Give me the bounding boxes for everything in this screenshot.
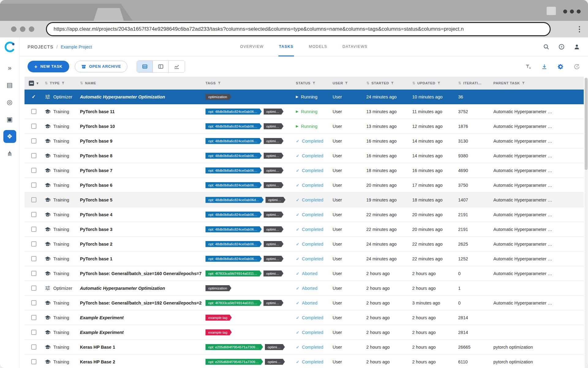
tag-chip[interactable]: opt: 48db0b8a6c824ce0ab06d… xyxy=(205,197,264,203)
row-checkbox[interactable] xyxy=(31,227,36,232)
table-row[interactable]: TrainingExample Experimentexample tag✓Co… xyxy=(24,310,584,325)
table-row[interactable]: ✓OptimizerAutomatic Hyperparameter Optim… xyxy=(24,90,584,104)
table-row[interactable]: TrainingPyTorch base 11opt: 48db0b8a6c82… xyxy=(24,104,584,119)
tag-chip[interactable]: optimi… xyxy=(266,197,285,203)
datasets-icon[interactable]: ▣ xyxy=(3,113,16,126)
column-header-select[interactable]: ▾ xyxy=(24,81,43,86)
detail-view-button[interactable] xyxy=(153,61,169,72)
tag-chip[interactable]: optimi… xyxy=(264,109,284,115)
url-bar[interactable]: https://app.clear.ml/projects/2043a1657f… xyxy=(46,22,551,36)
column-header-tags[interactable]: TAGS xyxy=(204,81,294,85)
tag-chip[interactable]: optimi… xyxy=(264,226,284,232)
tag-chip[interactable]: opt: 48db0b8a6c824ce0ab06… xyxy=(205,167,262,174)
tag-chip[interactable]: example tag xyxy=(205,329,232,335)
browser-nav-buttons[interactable] xyxy=(11,26,34,32)
projects-icon[interactable]: ❖ xyxy=(3,130,16,143)
window-control-dots[interactable] xyxy=(563,10,581,13)
breadcrumb-root[interactable]: PROJECTS xyxy=(28,44,53,49)
sort-icon[interactable]: ⇅ xyxy=(80,81,83,85)
table-row[interactable]: TrainingPyTorch base 1opt: 48db0b8a6c824… xyxy=(24,251,584,266)
row-checkbox[interactable] xyxy=(31,197,36,202)
table-row[interactable]: TrainingPyTorch base 6opt: 48db0b8a6c824… xyxy=(24,178,584,193)
filter-icon[interactable] xyxy=(437,82,440,85)
tag-chip[interactable]: opt: 48db0b8a6c824ce0ab06… xyxy=(205,153,262,159)
row-checkbox[interactable] xyxy=(31,330,36,335)
help-icon[interactable]: ? xyxy=(558,44,565,50)
tag-chip[interactable]: opt: 48db0b8a6c824ce0ab06… xyxy=(205,138,262,144)
sort-icon[interactable]: ⇅ xyxy=(45,81,48,85)
column-header-name[interactable]: ⇅NAME xyxy=(78,81,204,85)
column-header-status[interactable]: STATUS xyxy=(294,81,331,85)
tag-chip[interactable]: opt: 48db0b8a6c824ce0ab06… xyxy=(205,256,262,262)
select-dropdown-caret-icon[interactable]: ▾ xyxy=(36,81,38,85)
window-control-square[interactable] xyxy=(547,7,556,15)
row-checkbox[interactable] xyxy=(31,286,36,291)
sort-icon[interactable]: ⇅ xyxy=(366,81,370,85)
row-checkbox[interactable] xyxy=(31,359,36,364)
tag-chip[interactable]: optimization xyxy=(205,285,231,291)
tag-chip[interactable]: optimi… xyxy=(265,344,285,350)
table-row[interactable]: TrainingPyTorch base 9opt: 48db0b8a6c824… xyxy=(24,134,584,148)
table-row[interactable]: TrainingKeras HP Base 2opt: e205d684f795… xyxy=(24,355,584,368)
workers-queues-icon[interactable]: ◎ xyxy=(3,96,16,109)
filter-icon[interactable] xyxy=(312,82,315,85)
tab-dataviews[interactable]: DATAVIEWS xyxy=(342,37,368,56)
tag-chip[interactable]: optimi… xyxy=(263,300,283,306)
tag-chip[interactable]: opt: 48db0b8a6c824ce0ab06… xyxy=(205,123,262,129)
row-checkbox[interactable] xyxy=(31,182,36,188)
getting-started-icon[interactable]: » xyxy=(3,61,16,74)
filter-icon[interactable] xyxy=(62,82,65,85)
tag-chip[interactable]: opt: e205d684f7954571a7309… xyxy=(205,344,263,350)
tag-chip[interactable]: optimi… xyxy=(264,182,284,188)
tag-chip[interactable]: optimi… xyxy=(264,153,284,159)
sort-icon[interactable]: ⇅ xyxy=(458,81,462,85)
table-row[interactable]: TrainingPyTorch base 8opt: 48db0b8a6c824… xyxy=(24,148,584,163)
column-header-updated[interactable]: ⇅UPDATED xyxy=(410,81,456,85)
tag-chip[interactable]: optimi… xyxy=(264,256,284,262)
table-row[interactable]: TrainingPyTorch base 3opt: 48db0b8a6c824… xyxy=(24,222,584,237)
tab-tasks[interactable]: TASKS xyxy=(278,37,294,56)
row-checkbox[interactable] xyxy=(31,138,36,144)
table-row[interactable]: TrainingPyTorch base: General/batch_size… xyxy=(24,266,584,281)
tag-chip[interactable]: optimi… xyxy=(264,167,284,174)
row-checkbox[interactable] xyxy=(31,344,36,350)
table-row[interactable]: TrainingExample Experimentexample tag✓Co… xyxy=(24,325,584,340)
tag-chip[interactable]: example tag xyxy=(205,315,232,321)
scrollbar-thumb[interactable] xyxy=(585,78,588,170)
tag-chip[interactable]: optimi… xyxy=(264,212,284,218)
tag-chip[interactable]: opt: 48db0b8a6c824ce0ab06… xyxy=(205,226,262,232)
filter-icon[interactable] xyxy=(391,82,394,85)
row-checkbox[interactable] xyxy=(31,241,36,247)
search-icon[interactable] xyxy=(543,44,549,50)
tag-chip[interactable]: opt: 48db0b8a6c824ce0ab06… xyxy=(205,241,262,247)
column-header-started[interactable]: ⇅STARTED xyxy=(364,81,410,85)
tag-chip[interactable]: optimi… xyxy=(264,123,284,129)
table-row[interactable]: OptimizerAutomatic Hyperparameter Optimi… xyxy=(24,281,584,296)
table-row[interactable]: TrainingPyTorch base 4opt: 48db0b8a6c824… xyxy=(24,207,584,222)
tag-chip[interactable]: optimi… xyxy=(264,138,284,144)
tag-chip[interactable]: optimi… xyxy=(265,359,285,365)
breadcrumb-current-project[interactable]: Example Project xyxy=(61,44,92,49)
row-checkbox[interactable] xyxy=(31,124,36,129)
tag-chip[interactable]: optimi… xyxy=(263,270,283,277)
clear-filters-icon[interactable] xyxy=(525,63,531,70)
table-row[interactable]: TrainingPyTorch base 2opt: 48db0b8a6c824… xyxy=(24,237,584,251)
tag-chip[interactable]: opt: 4f7833ca5fd74914a0311… xyxy=(205,300,262,306)
table-row[interactable]: TrainingKeras HP Base 1opt: e205d684f795… xyxy=(24,340,584,355)
filter-icon[interactable] xyxy=(345,82,348,85)
table-row[interactable]: TrainingPyTorch base 10opt: 48db0b8a6c82… xyxy=(24,119,584,134)
tag-chip[interactable]: opt: 48db0b8a6c824ce0ab06… xyxy=(205,182,262,188)
settings-gear-icon[interactable] xyxy=(557,63,564,70)
tag-chip[interactable]: optimi… xyxy=(264,241,284,247)
filter-icon[interactable] xyxy=(218,82,221,85)
column-header-type[interactable]: ⇅TYPE xyxy=(43,81,78,85)
row-checkbox[interactable] xyxy=(31,315,36,320)
tag-chip[interactable]: opt: e205d684f7954571a7309… xyxy=(205,359,263,365)
user-avatar-icon[interactable] xyxy=(573,44,580,50)
table-row[interactable]: TrainingPyTorch base: General/batch_size… xyxy=(24,296,584,310)
table-row[interactable]: TrainingPyTorch base 5opt: 48db0b8a6c824… xyxy=(24,193,584,207)
clearml-logo[interactable] xyxy=(3,40,16,53)
table-view-button[interactable] xyxy=(137,61,153,72)
row-checkbox[interactable] xyxy=(31,271,36,276)
row-checkbox[interactable] xyxy=(31,212,36,217)
